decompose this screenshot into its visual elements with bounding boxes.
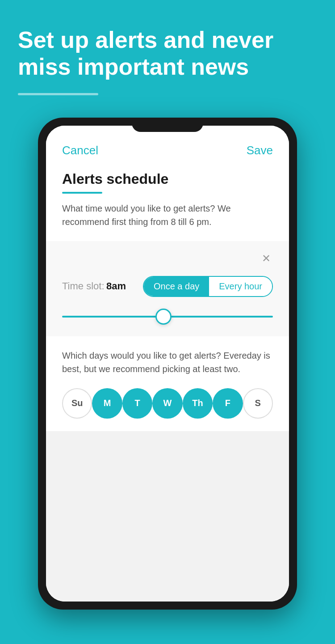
time-slider-container: [62, 308, 273, 326]
header-underline: [18, 93, 98, 95]
day-w-button[interactable]: W: [152, 388, 182, 419]
alerts-schedule-section: Alerts schedule What time would you like…: [46, 166, 289, 239]
alerts-title-underline: [62, 192, 102, 194]
screen-content: Cancel Save Alerts schedule What time wo…: [46, 126, 289, 602]
header-section: Set up alerts and never miss important n…: [0, 0, 335, 109]
day-f-button[interactable]: F: [213, 388, 243, 419]
day-t-button[interactable]: T: [122, 388, 152, 419]
save-button[interactable]: Save: [247, 144, 273, 157]
alerts-description: What time would you like to get alerts? …: [62, 202, 273, 229]
slider-thumb[interactable]: [155, 309, 172, 325]
slider-track[interactable]: [62, 316, 273, 318]
phone-wrapper: Cancel Save Alerts schedule What time wo…: [0, 118, 335, 610]
bottom-area: [46, 431, 289, 602]
phone-notch: [132, 118, 203, 132]
timeslot-row: Time slot: 8am Once a day Every hour: [62, 276, 273, 297]
every-hour-toggle[interactable]: Every hour: [209, 277, 272, 296]
day-su-button[interactable]: Su: [62, 388, 92, 419]
days-description: Which days would you like to get alerts?…: [62, 349, 273, 376]
timeslot-label-group: Time slot: 8am: [62, 280, 126, 292]
timeslot-label: Time slot:: [62, 280, 105, 292]
phone-screen: Cancel Save Alerts schedule What time wo…: [46, 126, 289, 602]
day-th-button[interactable]: Th: [183, 388, 213, 419]
days-row: SuMTWThFS: [62, 388, 273, 419]
day-m-button[interactable]: M: [92, 388, 122, 419]
timeslot-header: ✕: [62, 252, 273, 265]
once-a-day-toggle[interactable]: Once a day: [144, 277, 209, 296]
cancel-button[interactable]: Cancel: [62, 144, 98, 157]
timeslot-section: ✕ Time slot: 8am Once a day: [46, 241, 289, 336]
day-s-button[interactable]: S: [243, 388, 273, 419]
alerts-schedule-title: Alerts schedule: [62, 171, 273, 187]
frequency-toggle-group: Once a day Every hour: [143, 276, 273, 297]
timeslot-value: 8am: [106, 280, 126, 292]
header-title: Set up alerts and never miss important n…: [18, 27, 317, 80]
phone-frame: Cancel Save Alerts schedule What time wo…: [38, 118, 297, 610]
close-icon[interactable]: ✕: [260, 252, 273, 265]
days-section: Which days would you like to get alerts?…: [46, 336, 289, 431]
